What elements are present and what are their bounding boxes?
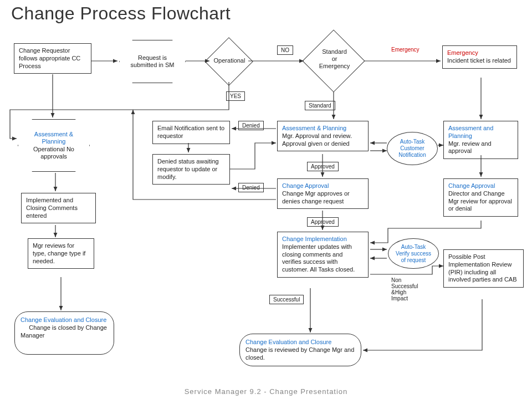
node-impl-close: Implemented and Closing Comments entered — [21, 193, 96, 223]
change-impl-b: Implementer updates with closing comment… — [282, 243, 355, 273]
tag-approved2: Approved — [307, 217, 339, 227]
eval-closure-l-t: Change Evaluation and Closure — [21, 316, 106, 323]
tag-no: NO — [277, 45, 293, 55]
tag-denied1: Denied — [238, 121, 264, 130]
node-request-sm-label: Request is submitted in SM — [127, 54, 177, 69]
node-requestor: Change Requestor follows appropriate CC … — [14, 43, 91, 74]
change-appr-b: Change Mgr approves or denies change req… — [282, 190, 350, 204]
node-email-notif: Email Notification sent to requestor — [152, 121, 230, 144]
change-appr-e-t: Change Approval — [448, 182, 495, 189]
node-std-emerg-decision: Standard or Emergency — [302, 29, 365, 92]
node-mgr-reviews: Mgr reviews for type, change type if nee… — [28, 238, 94, 269]
eval-closure-c-b: Change is reviewed by Change Mgr and clo… — [245, 346, 354, 361]
assess-op-b: Operational No approvals — [26, 146, 81, 160]
tag-emergency: Emergency — [388, 45, 423, 54]
node-assess-emerg: Assessment and Planning Mgr. review and … — [443, 121, 518, 159]
footer-text: Service Manager 9.2 - Change Presentatio… — [0, 387, 532, 396]
tag-approved1: Approved — [307, 162, 339, 171]
node-assess-op: Assessment & Planning Operational No app… — [18, 119, 90, 172]
tag-denied2: Denied — [238, 183, 264, 192]
oval-verify: Auto-Task Verify success of request — [388, 238, 439, 269]
change-impl-t: Change Implementation — [282, 236, 347, 242]
node-change-approval-emerg: Change Approval Director and Change Mgr … — [443, 178, 518, 217]
assess-plan-b: Mgr. Approval and review. Approval given… — [282, 132, 352, 147]
node-change-approval: Change Approval Change Mgr approves or d… — [277, 178, 369, 209]
emerg-ticket-t: Emergency — [447, 49, 478, 56]
change-appr-e-b: Director and Change Mgr review for appro… — [448, 190, 512, 212]
node-change-impl: Change Implementation Implementer update… — [277, 232, 369, 278]
node-assess-plan: Assessment & Planning Mgr. Approval and … — [277, 121, 369, 151]
tag-non-success: Non Successful &High Impact — [388, 276, 427, 303]
assess-emerg-b: Mgr. review and approval — [448, 140, 492, 155]
node-emergency-ticket: Emergency Incident ticket is related — [442, 45, 517, 69]
tag-successful: Successful — [269, 295, 304, 304]
assess-emerg-t: Assessment and Planning — [448, 125, 493, 139]
operational-q-label: Operational — [214, 57, 245, 64]
assess-op-t: Assessment & Planning — [26, 131, 81, 145]
node-denied-status: Denied status awaiting requestor to upda… — [152, 154, 230, 185]
std-emerg-l2: or — [332, 55, 337, 62]
tag-standard: Standard — [305, 101, 335, 110]
change-appr-t: Change Approval — [282, 182, 329, 189]
std-emerg-l1: Standard — [322, 48, 347, 55]
page-title: Change Process Flowchart — [11, 3, 231, 24]
oval-customer-notif: Auto-Task Customer Notification — [387, 132, 438, 165]
tag-yes: YES — [226, 91, 245, 101]
assess-plan-t: Assessment & Planning — [282, 125, 346, 131]
node-eval-closure-center: Change Evaluation and Closure Change is … — [239, 334, 361, 366]
node-operational-decision: Operational — [204, 37, 253, 86]
eval-closure-c-t: Change Evaluation and Closure — [245, 339, 331, 345]
eval-closure-l-b: Change is closed by Change Manager — [21, 324, 107, 339]
node-eval-closure-left: Change Evaluation and Closure Change is … — [14, 311, 114, 355]
node-pir: Possible Post Implementation Review (PIR… — [443, 249, 524, 288]
emerg-ticket-b: Incident ticket is related — [447, 57, 511, 64]
std-emerg-l3: Emergency — [319, 63, 350, 70]
node-request-sm: Request is submitted in SM — [119, 40, 186, 83]
